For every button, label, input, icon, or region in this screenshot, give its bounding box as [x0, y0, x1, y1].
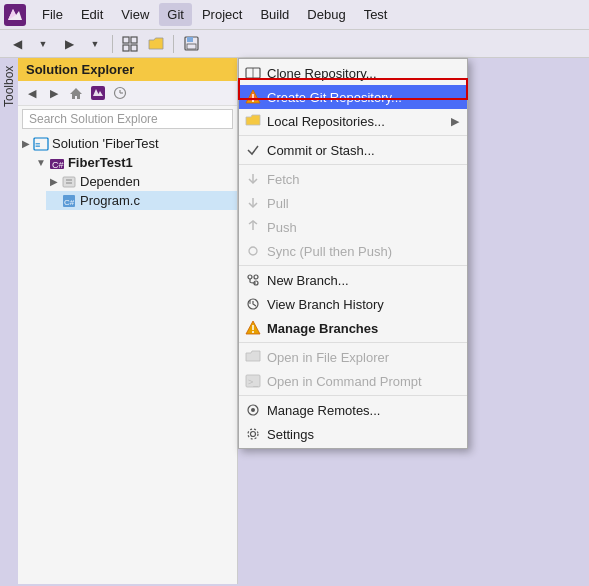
dropdown-back-button[interactable]: ▼: [32, 33, 54, 55]
separator-2: [239, 164, 467, 165]
svg-rect-16: [63, 177, 75, 187]
menu-item-clone[interactable]: Clone Repository...: [239, 61, 467, 85]
menu-edit[interactable]: Edit: [73, 3, 111, 26]
menu-item-manage-branches[interactable]: Manage Branches: [239, 316, 467, 340]
solution-label: Solution 'FiberTest: [52, 136, 159, 151]
menu-item-settings[interactable]: Settings: [239, 422, 467, 446]
menu-bar: File Edit View Git Project Build Debug T…: [0, 0, 589, 30]
svg-point-37: [252, 331, 254, 333]
separator-3: [239, 265, 467, 266]
se-home-icon[interactable]: [66, 83, 86, 103]
git-dropdown-menu: Clone Repository... Create Git Repositor…: [238, 58, 468, 449]
deps-label: Dependen: [80, 174, 140, 189]
tree-program-cs[interactable]: ▶ C# Program.c: [46, 191, 237, 210]
menu-item-commit[interactable]: Commit or Stash...: [239, 138, 467, 162]
remotes-icon: [245, 402, 261, 418]
menu-git[interactable]: Git: [159, 3, 192, 26]
create-git-label: Create Git Repository...: [267, 90, 459, 105]
pull-label: Pull: [267, 196, 459, 211]
menu-item-command-prompt: >_ Open in Command Prompt: [239, 369, 467, 393]
tree-dependencies[interactable]: ▶ Dependen: [46, 172, 237, 191]
svg-point-43: [248, 429, 258, 439]
save-icon[interactable]: [180, 33, 202, 55]
solution-tree: ▶ ≡ Solution 'FiberTest ▼ C# FiberTest1 …: [18, 132, 237, 584]
separator-4: [239, 342, 467, 343]
svg-rect-1: [123, 37, 129, 43]
history-icon: [245, 296, 261, 312]
sync-label: Sync (Pull then Push): [267, 244, 459, 259]
menu-item-sync: Sync (Pull then Push): [239, 239, 467, 263]
separator-1: [239, 135, 467, 136]
command-prompt-icon: >_: [245, 373, 261, 389]
forward-button[interactable]: ▶: [58, 33, 80, 55]
sync-icon: [245, 243, 261, 259]
create-git-icon: [245, 89, 261, 105]
dropdown-forward-button[interactable]: ▼: [84, 33, 106, 55]
menu-item-pull: Pull: [239, 191, 467, 215]
program-cs-label: Program.c: [80, 193, 140, 208]
back-button[interactable]: ◀: [6, 33, 28, 55]
menu-item-local-repos[interactable]: Local Repositories... ▶: [239, 109, 467, 133]
solution-explorer-title: Solution Explorer: [18, 58, 237, 81]
manage-remotes-label: Manage Remotes...: [267, 403, 459, 418]
local-repos-arrow-icon: ▶: [451, 115, 459, 128]
menu-item-manage-remotes[interactable]: Manage Remotes...: [239, 398, 467, 422]
deps-icon: [61, 175, 77, 189]
svg-text:>_: >_: [248, 377, 259, 387]
svg-text:C#: C#: [52, 160, 64, 170]
push-icon: [245, 219, 261, 235]
menu-file[interactable]: File: [34, 3, 71, 26]
deps-arrow-icon: ▶: [50, 176, 58, 187]
pull-icon: [245, 195, 261, 211]
separator-5: [239, 395, 467, 396]
svg-text:≡: ≡: [35, 140, 40, 150]
svg-point-42: [251, 432, 256, 437]
menu-item-new-branch[interactable]: New Branch...: [239, 268, 467, 292]
menu-item-push: Push: [239, 215, 467, 239]
toolbox-label[interactable]: Toolbox: [0, 58, 18, 584]
menu-project[interactable]: Project: [194, 3, 250, 26]
toolbar-separator-2: [173, 35, 174, 53]
menu-test[interactable]: Test: [356, 3, 396, 26]
se-back-button[interactable]: ◀: [22, 83, 42, 103]
svg-rect-4: [131, 45, 137, 51]
vs-logo: [4, 4, 26, 26]
svg-rect-3: [123, 45, 129, 51]
settings-icon: [245, 426, 261, 442]
new-branch-label: New Branch...: [267, 273, 459, 288]
content-area: Clone Repository... Create Git Repositor…: [238, 58, 589, 584]
svg-point-30: [248, 275, 252, 279]
toolbar-separator-1: [112, 35, 113, 53]
file-explorer-icon: [245, 349, 261, 365]
grid-icon[interactable]: [119, 33, 141, 55]
local-repos-label: Local Repositories...: [267, 114, 445, 129]
fetch-label: Fetch: [267, 172, 459, 187]
se-forward-button[interactable]: ▶: [44, 83, 64, 103]
se-search-box[interactable]: Search Solution Explore: [22, 109, 233, 129]
tree-solution[interactable]: ▶ ≡ Solution 'FiberTest: [18, 134, 237, 153]
commit-label: Commit or Stash...: [267, 143, 459, 158]
branch-icon: [245, 272, 261, 288]
fetch-icon: [245, 171, 261, 187]
svg-point-26: [252, 100, 254, 102]
open-folder-icon[interactable]: [145, 33, 167, 55]
local-repos-icon: [245, 113, 261, 129]
se-vs-icon[interactable]: [88, 83, 108, 103]
solution-arrow-icon: ▶: [22, 138, 30, 149]
clone-icon: [245, 65, 261, 81]
menu-debug[interactable]: Debug: [299, 3, 353, 26]
menu-item-branch-history[interactable]: View Branch History: [239, 292, 467, 316]
project-label: FiberTest1: [68, 155, 133, 170]
menu-view[interactable]: View: [113, 3, 157, 26]
solution-icon: ≡: [33, 137, 49, 151]
tree-project[interactable]: ▼ C# FiberTest1: [32, 153, 237, 172]
svg-rect-2: [131, 37, 137, 43]
command-prompt-label: Open in Command Prompt: [267, 374, 459, 389]
se-toolbar: ◀ ▶: [18, 81, 237, 106]
menu-item-create-git[interactable]: Create Git Repository...: [239, 85, 467, 109]
manage-branches-label: Manage Branches: [267, 321, 459, 336]
file-explorer-label: Open in File Explorer: [267, 350, 459, 365]
svg-point-41: [251, 408, 255, 412]
se-history-icon[interactable]: [110, 83, 130, 103]
menu-build[interactable]: Build: [252, 3, 297, 26]
